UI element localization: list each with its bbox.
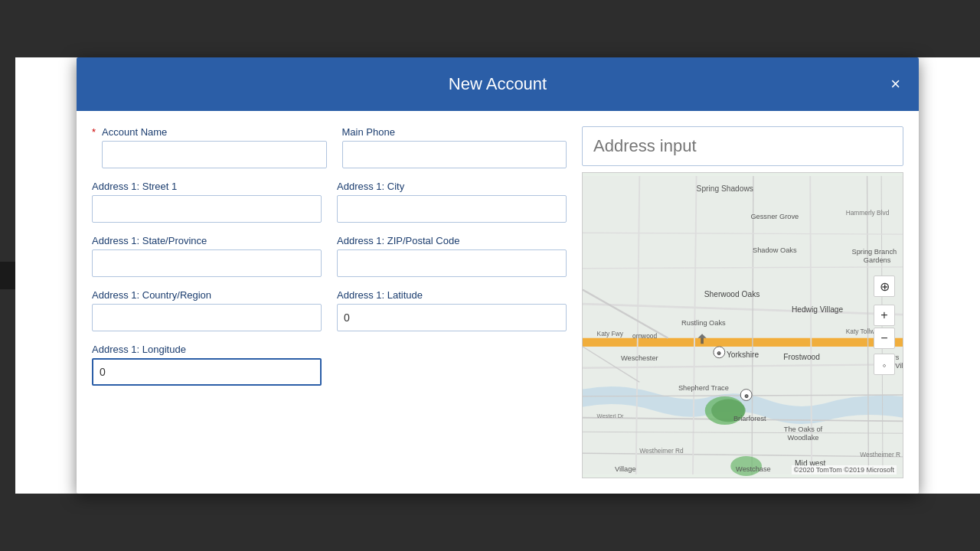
street1-group: Address 1: Street 1 bbox=[92, 181, 322, 223]
account-name-input[interactable] bbox=[102, 141, 326, 168]
country-lat-row: Address 1: Country/Region Address 1: Lat… bbox=[92, 289, 567, 331]
account-name-label: Account Name bbox=[102, 126, 326, 138]
latitude-group: Address 1: Latitude bbox=[337, 289, 567, 331]
zoom-out-icon: − bbox=[880, 331, 887, 345]
required-indicator: * bbox=[92, 126, 96, 138]
country-label: Address 1: Country/Region bbox=[92, 289, 322, 301]
svg-text:Gardens: Gardens bbox=[864, 256, 891, 264]
main-phone-group: Main Phone bbox=[342, 126, 567, 168]
svg-text:Westerl Dr: Westerl Dr bbox=[597, 412, 624, 419]
svg-text:⊕: ⊕ bbox=[717, 350, 721, 357]
svg-rect-2 bbox=[583, 340, 903, 345]
svg-text:Hammerly Blvd: Hammerly Blvd bbox=[846, 209, 890, 217]
street-city-row: Address 1: Street 1 Address 1: City bbox=[92, 181, 567, 223]
account-name-row: * Account Name Main Phone bbox=[92, 126, 567, 168]
state-group: Address 1: State/Province bbox=[92, 235, 322, 277]
zip-input[interactable] bbox=[337, 249, 567, 277]
svg-text:Village: Village bbox=[615, 465, 636, 473]
svg-text:Westchase: Westchase bbox=[736, 465, 771, 473]
modal-body: * Account Name Main Phone Address 1: Str… bbox=[77, 111, 919, 494]
longitude-input[interactable] bbox=[92, 358, 322, 386]
svg-text:ornwood: ornwood bbox=[632, 332, 657, 340]
country-input[interactable] bbox=[92, 304, 322, 331]
city-label: Address 1: City bbox=[337, 181, 567, 192]
map-compass-button[interactable]: ⊕ bbox=[874, 276, 895, 297]
map-attribution: ©2020 TomTom ©2019 Microsoft bbox=[792, 465, 897, 474]
country-group: Address 1: Country/Region bbox=[92, 289, 322, 331]
state-label: Address 1: State/Province bbox=[92, 235, 322, 246]
map-section: Spring Shadows Gessner Grove Hammerly Bl… bbox=[582, 126, 903, 478]
svg-text:⊕: ⊕ bbox=[744, 393, 749, 399]
svg-text:Frostwood: Frostwood bbox=[783, 353, 820, 361]
city-input[interactable] bbox=[337, 195, 567, 223]
map-canvas: Spring Shadows Gessner Grove Hammerly Bl… bbox=[583, 173, 903, 478]
modal: New Account × * Account Name Main Phone bbox=[77, 57, 919, 494]
state-zip-row: Address 1: State/Province Address 1: ZIP… bbox=[92, 235, 567, 277]
compass-icon: ⊕ bbox=[880, 279, 890, 294]
placeholder-group bbox=[337, 344, 567, 386]
longitude-group: Address 1: Longitude bbox=[92, 344, 322, 386]
longitude-label: Address 1: Longitude bbox=[92, 344, 322, 355]
svg-text:Woodlake: Woodlake bbox=[787, 434, 818, 442]
main-phone-input[interactable] bbox=[342, 141, 567, 168]
svg-text:The Oaks of: The Oaks of bbox=[784, 425, 823, 433]
svg-text:Westheimer Rd: Westheimer Rd bbox=[639, 447, 684, 455]
account-name-group: Account Name bbox=[102, 126, 326, 168]
modal-title: New Account bbox=[449, 74, 547, 93]
map-tilt-button[interactable]: ⬦ bbox=[874, 354, 895, 375]
top-bar bbox=[0, 262, 15, 289]
svg-text:Rustling Oaks: Rustling Oaks bbox=[681, 319, 726, 327]
svg-text:Hedwig Village: Hedwig Village bbox=[792, 305, 844, 314]
state-input[interactable] bbox=[92, 249, 322, 277]
svg-rect-0 bbox=[583, 176, 903, 474]
street1-label: Address 1: Street 1 bbox=[92, 181, 322, 192]
svg-text:Yorkshire: Yorkshire bbox=[727, 350, 759, 359]
svg-text:Westheimer R: Westheimer R bbox=[860, 451, 900, 458]
close-button[interactable]: × bbox=[884, 73, 906, 96]
latitude-label: Address 1: Latitude bbox=[337, 289, 567, 301]
zip-label: Address 1: ZIP/Postal Code bbox=[337, 235, 567, 246]
map-container: Spring Shadows Gessner Grove Hammerly Bl… bbox=[582, 172, 903, 478]
svg-text:Spring Shadows: Spring Shadows bbox=[697, 184, 753, 193]
map-zoom-in-button[interactable]: + bbox=[874, 305, 895, 326]
svg-text:Katy Fwy: Katy Fwy bbox=[597, 330, 624, 337]
longitude-row: Address 1: Longitude bbox=[92, 344, 567, 386]
modal-header: New Account × bbox=[77, 57, 919, 111]
city-group: Address 1: City bbox=[337, 181, 567, 223]
svg-text:Briarforest: Briarforest bbox=[733, 415, 766, 422]
form-section: * Account Name Main Phone Address 1: Str… bbox=[92, 126, 567, 478]
address-input[interactable] bbox=[582, 126, 903, 166]
svg-text:Weschester: Weschester bbox=[621, 354, 658, 362]
map-zoom-out-button[interactable]: − bbox=[874, 328, 895, 349]
svg-text:Shadow Oaks: Shadow Oaks bbox=[753, 246, 797, 254]
zip-group: Address 1: ZIP/Postal Code bbox=[337, 235, 567, 277]
main-phone-label: Main Phone bbox=[342, 126, 567, 138]
svg-text:Spring Branch: Spring Branch bbox=[851, 248, 897, 256]
svg-text:Gessner Grove: Gessner Grove bbox=[750, 213, 799, 220]
svg-text:Sherwood Oaks: Sherwood Oaks bbox=[704, 290, 760, 298]
latitude-input[interactable] bbox=[337, 304, 567, 331]
tilt-icon: ⬦ bbox=[882, 360, 887, 369]
modal-container: New Account × * Account Name Main Phone bbox=[15, 57, 980, 494]
map-controls: ⊕ + − ⬦ bbox=[874, 276, 895, 375]
svg-text:Shepherd Trace: Shepherd Trace bbox=[678, 384, 729, 392]
street1-input[interactable] bbox=[92, 195, 322, 223]
zoom-in-icon: + bbox=[880, 308, 887, 322]
